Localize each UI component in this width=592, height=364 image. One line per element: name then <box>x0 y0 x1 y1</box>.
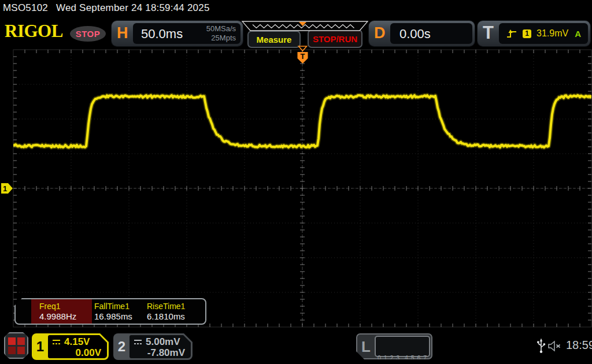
measurement-value: 4.9988Hz <box>39 311 92 322</box>
trigger-flag-label: T <box>301 52 305 61</box>
measurement-name: FallTime1 <box>94 302 145 311</box>
measurement-value: 6.1810ms <box>147 311 185 322</box>
measurement-name: Freq1 <box>39 302 92 311</box>
trigger-top-triangle-icon <box>299 46 307 51</box>
measurement-name: RiseTime1 <box>147 302 185 311</box>
measurement-risetime1[interactable]: RiseTime1 6.1810ms <box>145 299 185 324</box>
measurement-freq1[interactable]: Freq1 4.9988Hz <box>31 299 92 324</box>
graticule-grid <box>13 50 591 327</box>
channel1-position-marker[interactable]: 1 <box>1 183 13 194</box>
measurement-falltime1[interactable]: FallTime1 16.985ms <box>92 299 145 324</box>
oscilloscope-screen: MSO5102Wed September 24 18:59:44 2025 T … <box>0 0 592 364</box>
measurement-value: 16.985ms <box>94 311 145 322</box>
horizontal-position-indicator[interactable] <box>242 21 368 31</box>
measurement-panel[interactable]: Freq1 4.9988Hz FallTime1 16.985ms RiseTi… <box>14 298 206 325</box>
trigger-position-marker[interactable]: T <box>298 46 308 64</box>
channel1-marker-label: 1 <box>3 184 7 193</box>
